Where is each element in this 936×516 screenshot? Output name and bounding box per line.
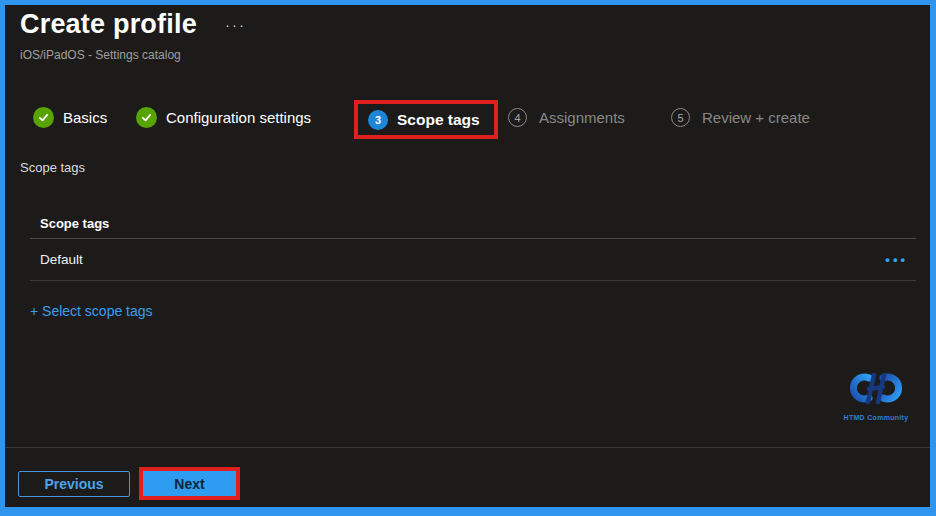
- tab-configuration-settings[interactable]: Configuration settings: [136, 107, 311, 128]
- tab-basics[interactable]: Basics: [33, 107, 107, 128]
- tab-scope-tags[interactable]: 3 Scope tags: [368, 110, 480, 130]
- table-row[interactable]: Default •••: [30, 239, 916, 281]
- tab-assignments[interactable]: 4 Assignments: [508, 108, 625, 127]
- htmd-logo-icon: [843, 371, 909, 409]
- highlight-box-next: Next: [139, 467, 240, 500]
- footer-divider: [5, 447, 930, 448]
- select-scope-tags-link[interactable]: + Select scope tags: [30, 303, 153, 319]
- table-column-header: Scope tags: [30, 209, 916, 239]
- create-profile-window: Create profile ··· iOS/iPadOS - Settings…: [0, 0, 936, 516]
- step-5-badge: 5: [671, 108, 690, 127]
- step-4-badge: 4: [508, 108, 527, 127]
- check-icon: [33, 107, 54, 128]
- step-3-badge: 3: [368, 110, 388, 130]
- row-context-menu-icon[interactable]: •••: [885, 253, 908, 266]
- check-icon: [136, 107, 157, 128]
- scope-tags-table: Scope tags Default •••: [30, 209, 916, 281]
- tab-configuration-settings-label: Configuration settings: [166, 109, 311, 126]
- next-button[interactable]: Next: [143, 471, 236, 496]
- scope-tag-value: Default: [40, 252, 885, 267]
- highlight-box-scope-tags: 3 Scope tags: [354, 100, 498, 139]
- page-title: Create profile: [20, 9, 197, 40]
- htmd-logo-text: HTMD Community: [835, 414, 917, 421]
- previous-button[interactable]: Previous: [18, 471, 130, 497]
- tab-scope-tags-label: Scope tags: [397, 111, 480, 129]
- scope-tags-section-label: Scope tags: [20, 160, 85, 175]
- tab-review-create[interactable]: 5 Review + create: [671, 108, 810, 127]
- htmd-community-logo: HTMD Community: [835, 371, 917, 421]
- tab-assignments-label: Assignments: [539, 109, 625, 126]
- tab-basics-label: Basics: [63, 109, 107, 126]
- tab-review-create-label: Review + create: [702, 109, 810, 126]
- page-subtitle: iOS/iPadOS - Settings catalog: [20, 48, 181, 62]
- more-options-icon[interactable]: ···: [225, 16, 246, 33]
